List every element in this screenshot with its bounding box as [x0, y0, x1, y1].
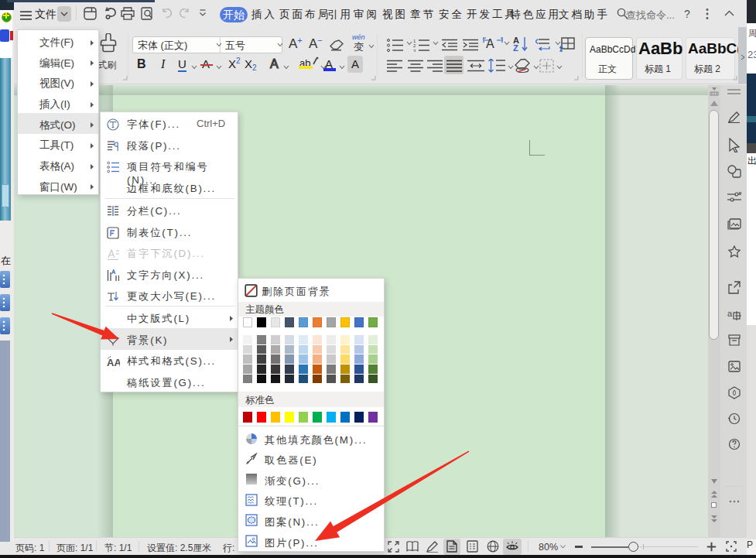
svg-text:AA: AA	[107, 357, 120, 368]
svg-text:a: a	[727, 309, 733, 318]
svg-text:1: 1	[413, 39, 416, 43]
svg-text:3: 3	[413, 49, 416, 53]
svg-text:2: 2	[413, 43, 416, 48]
